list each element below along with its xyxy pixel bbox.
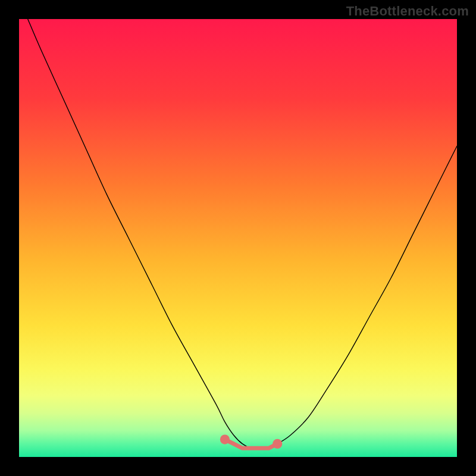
flat-segment-markers bbox=[220, 434, 283, 449]
flat-segment-line bbox=[225, 440, 277, 449]
watermark-text: TheBottleneck.com bbox=[346, 4, 469, 19]
chart-frame: TheBottleneck.com bbox=[0, 0, 476, 476]
bottleneck-curve bbox=[28, 19, 457, 449]
flat-segment-end-dot bbox=[273, 439, 282, 449]
flat-segment-end-dot bbox=[220, 434, 230, 444]
plot-area bbox=[19, 19, 457, 457]
curve-layer bbox=[19, 19, 457, 457]
